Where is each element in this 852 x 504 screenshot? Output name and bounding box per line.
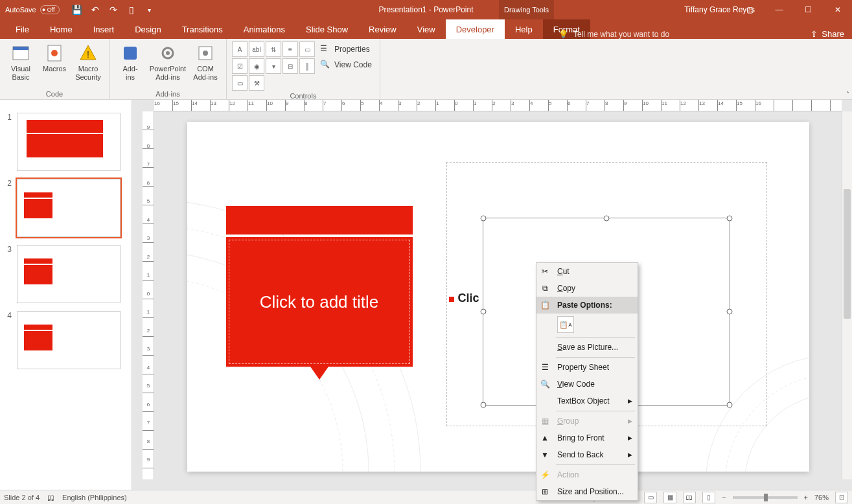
slide-canvas[interactable]: Click to add title Clic xyxy=(187,122,809,472)
vertical-scrollbar[interactable] xyxy=(842,111,852,479)
paste-keep-text-only-icon[interactable]: 📋A xyxy=(557,316,574,333)
view-code-button[interactable]: 🔍 View Code xyxy=(317,58,374,71)
title-placeholder[interactable]: Click to add title xyxy=(226,206,413,380)
scrollbar-control-icon[interactable]: ║ xyxy=(299,58,315,74)
optionbutton-control-icon[interactable]: ◉ xyxy=(249,58,264,74)
undo-icon[interactable]: ↶ xyxy=(87,1,104,18)
properties-icon: ☰ xyxy=(320,44,330,54)
ctx-send-to-back[interactable]: ▼ Send to Back ▶ xyxy=(536,446,638,463)
tab-file[interactable]: File xyxy=(5,19,40,39)
tab-insert[interactable]: Insert xyxy=(83,19,125,39)
addins-button[interactable]: Add- ins xyxy=(115,41,146,81)
reading-view-icon[interactable]: 🕮 xyxy=(683,492,696,503)
addins-icon xyxy=(120,43,141,63)
zoom-slider[interactable] xyxy=(733,496,798,499)
minimize-icon[interactable]: — xyxy=(765,0,794,19)
tab-animations[interactable]: Animations xyxy=(233,19,295,39)
main-area: 1 2 3 4 xyxy=(0,100,852,490)
tab-transitions[interactable]: Transitions xyxy=(172,19,233,39)
ctx-cut[interactable]: ✂ Cut xyxy=(536,263,638,280)
spellcheck-icon[interactable]: 🕮 xyxy=(47,494,54,501)
powerpoint-addins-button[interactable]: PowerPoint Add-ins xyxy=(148,41,187,81)
svg-point-10 xyxy=(203,51,208,56)
ribbon-display-options-icon[interactable]: ▢ xyxy=(735,0,765,19)
ctx-size-and-position[interactable]: ⊞ Size and Position... xyxy=(536,483,638,500)
macros-button[interactable]: Macros xyxy=(39,41,70,73)
ctx-copy[interactable]: ⧉ Copy xyxy=(536,280,638,297)
action-icon: ⚡ xyxy=(539,469,551,481)
label-control-icon[interactable]: A xyxy=(232,41,248,57)
slide-thumbnail-2[interactable] xyxy=(17,179,121,237)
start-from-beginning-icon[interactable]: ▯ xyxy=(123,1,140,18)
svg-rect-1 xyxy=(13,47,29,50)
quick-access-toolbar: 💾 ↶ ↷ ▯ ▾ xyxy=(69,1,158,18)
ctx-bring-to-front[interactable]: ▲ Bring to Front ▶ xyxy=(536,430,638,446)
tab-home[interactable]: Home xyxy=(40,19,83,39)
thumbnail-row[interactable]: 4 xyxy=(0,307,132,373)
warning-icon: ! xyxy=(78,43,98,63)
save-icon[interactable]: 💾 xyxy=(69,1,86,18)
togglebutton-control-icon[interactable]: ⊟ xyxy=(282,58,298,74)
thumbnail-number: 3 xyxy=(4,245,12,254)
horizontal-ruler[interactable]: 1615141312111098765432101234567891011121… xyxy=(154,100,842,111)
ctx-textbox-object[interactable]: TextBox Object ▶ xyxy=(536,393,638,409)
spinbutton-control-icon[interactable]: ⇅ xyxy=(266,41,281,57)
slideshow-view-icon[interactable]: ▯ xyxy=(702,492,715,503)
qat-dropdown-icon[interactable]: ▾ xyxy=(141,1,158,18)
tab-design[interactable]: Design xyxy=(124,19,171,39)
slide-thumbnail-3[interactable] xyxy=(17,245,121,303)
checkbox-control-icon[interactable]: ☑ xyxy=(232,58,248,74)
submenu-arrow-icon: ▶ xyxy=(628,435,632,441)
tab-help[interactable]: Help xyxy=(505,19,543,39)
ctx-save-as-picture[interactable]: Save as Picture... xyxy=(536,339,638,356)
properties-button[interactable]: ☰ Properties xyxy=(317,43,374,56)
window-controls: ▢ — ☐ ✕ xyxy=(735,0,852,19)
macros-icon xyxy=(44,43,65,63)
zoom-out-icon[interactable]: − xyxy=(722,494,726,501)
ctx-action: ⚡ Action xyxy=(536,466,638,483)
tab-view[interactable]: View xyxy=(407,19,446,39)
normal-view-icon[interactable]: ▭ xyxy=(644,492,657,503)
language-status[interactable]: English (Philippines) xyxy=(62,494,127,501)
thumbnail-row[interactable]: 2 xyxy=(0,175,132,241)
tab-review[interactable]: Review xyxy=(358,19,407,39)
visual-basic-button[interactable]: Visual Basic xyxy=(5,41,36,81)
slide-sorter-view-icon[interactable]: ▦ xyxy=(663,492,676,503)
ctx-property-sheet[interactable]: ☰ Property Sheet xyxy=(536,359,638,376)
fit-to-window-icon[interactable]: ⊡ xyxy=(835,492,848,503)
thumbnail-number: 4 xyxy=(4,311,12,320)
tab-developer[interactable]: Developer xyxy=(446,19,505,39)
tell-me-search[interactable]: 💡 Tell me what you want to do xyxy=(558,30,669,39)
copy-icon: ⧉ xyxy=(539,282,551,294)
autosave-toggle[interactable]: AutoSave ● Off xyxy=(5,5,60,14)
slide-thumbnails-panel: 1 2 3 4 xyxy=(0,100,132,490)
macro-security-button[interactable]: ! Macro Security xyxy=(73,41,104,81)
tab-slideshow[interactable]: Slide Show xyxy=(295,19,358,39)
commandbutton-control-icon[interactable]: ▭ xyxy=(232,75,248,91)
title-placeholder-text: Click to add title xyxy=(260,292,379,312)
vertical-ruler[interactable]: 9876543210123456789 xyxy=(143,111,154,479)
combobox-control-icon[interactable]: ▾ xyxy=(266,58,281,74)
slide-thumbnail-1[interactable] xyxy=(17,113,121,171)
more-controls-icon[interactable]: ⚒ xyxy=(249,75,264,91)
share-button[interactable]: ⇪ Share xyxy=(811,29,844,39)
slide-counter[interactable]: Slide 2 of 4 xyxy=(4,494,40,501)
textbox-control-icon[interactable]: abl xyxy=(249,41,264,57)
ribbon-group-addins: Add- ins PowerPoint Add-ins COM Add-ins … xyxy=(109,39,227,99)
listbox-control-icon[interactable]: ≡ xyxy=(282,41,298,57)
ctx-view-code[interactable]: 🔍 View Code xyxy=(536,376,638,393)
lightbulb-icon: 💡 xyxy=(558,30,568,39)
collapse-ribbon-icon[interactable]: ˄ xyxy=(846,91,849,98)
close-icon[interactable]: ✕ xyxy=(823,0,852,19)
thumbnail-row[interactable]: 3 xyxy=(0,241,132,307)
com-addins-button[interactable]: COM Add-ins xyxy=(190,41,221,81)
ribbon-tabs: File Home Insert Design Transitions Anim… xyxy=(0,19,852,39)
image-control-icon[interactable]: ▭ xyxy=(299,41,315,57)
slide-thumbnail-4[interactable] xyxy=(17,311,121,369)
zoom-level[interactable]: 76% xyxy=(814,494,829,501)
zoom-in-icon[interactable]: + xyxy=(804,494,808,501)
redo-icon[interactable]: ↷ xyxy=(105,1,122,18)
maximize-icon[interactable]: ☐ xyxy=(794,0,823,19)
thumbnail-row[interactable]: 1 xyxy=(0,109,132,175)
paste-icon: 📋 xyxy=(539,299,551,311)
